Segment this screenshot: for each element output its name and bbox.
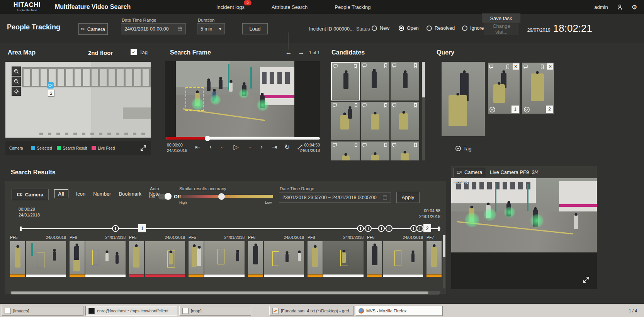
candidates-scrollbar[interactable] bbox=[422, 62, 425, 160]
duration-select[interactable]: 5 min ▾ bbox=[197, 23, 225, 34]
candidate-thumbnail[interactable] bbox=[361, 102, 389, 140]
status-radio-ignore[interactable]: Ignore bbox=[462, 26, 484, 31]
scrollbar-thumb[interactable] bbox=[443, 235, 445, 257]
nav-attribute-search[interactable]: Attribute Search bbox=[272, 4, 308, 10]
play-button[interactable]: ▷ bbox=[231, 143, 241, 151]
bookmark-icon[interactable] bbox=[353, 103, 359, 108]
camera-marker-selected[interactable] bbox=[47, 82, 54, 89]
timeline-query-badge-2[interactable]: 2 bbox=[423, 224, 431, 232]
tab-all[interactable]: All bbox=[54, 189, 68, 198]
nav-incident-logs[interactable]: Incident logs 0 bbox=[216, 4, 245, 10]
note-icon[interactable] bbox=[489, 64, 494, 69]
candidate-thumbnail[interactable] bbox=[331, 141, 360, 160]
person-thumbnail[interactable] bbox=[129, 241, 144, 274]
status-radio-resolved[interactable]: Resolved bbox=[427, 26, 455, 31]
bookmark-icon[interactable] bbox=[383, 63, 388, 68]
live-camera-button[interactable]: Camera bbox=[454, 168, 485, 177]
scene-thumbnail[interactable] bbox=[145, 241, 185, 274]
load-button[interactable]: Load bbox=[242, 23, 268, 34]
timeline-event-marker[interactable] bbox=[386, 225, 393, 232]
frame-prev-icon[interactable]: ← bbox=[284, 49, 293, 56]
candidate-thumbnail-selected[interactable] bbox=[331, 62, 360, 101]
search-result-card[interactable]: PF524/01/2018 bbox=[10, 235, 66, 288]
taskbar-window-terminal[interactable]: enra@localhost:~/mps.icnx/conf/client bbox=[85, 306, 177, 316]
scene-thumbnail[interactable] bbox=[204, 241, 245, 274]
note-icon[interactable] bbox=[332, 143, 337, 148]
search-result-card[interactable]: PF524/01/2018 bbox=[129, 235, 185, 288]
search-frame-video[interactable] bbox=[176, 61, 294, 137]
results-horizontal-scrollbar[interactable] bbox=[10, 291, 440, 295]
skip-to-end-button[interactable]: ⇥ bbox=[270, 143, 279, 151]
note-icon[interactable] bbox=[392, 63, 397, 68]
query-tag-button[interactable]: Tag bbox=[447, 144, 480, 153]
person-thumbnail[interactable] bbox=[427, 241, 442, 274]
calendar-icon[interactable] bbox=[177, 26, 182, 31]
skip-to-start-button[interactable]: ⇤ bbox=[193, 143, 202, 151]
bookmark-icon[interactable] bbox=[353, 143, 359, 148]
tab-bookmark[interactable]: Bookmark bbox=[119, 191, 141, 197]
step-forward-button[interactable]: › bbox=[257, 143, 266, 151]
bookmark-icon[interactable] bbox=[540, 64, 545, 69]
note-icon[interactable] bbox=[362, 103, 367, 108]
workspace-indicator[interactable]: 1 / 4 bbox=[629, 308, 637, 313]
area-map-canvas[interactable]: 2 bbox=[5, 62, 151, 138]
search-result-card[interactable]: PF824/01/2018 bbox=[308, 235, 364, 288]
results-timeline[interactable]: 1 2 bbox=[20, 224, 440, 233]
note-icon[interactable] bbox=[392, 143, 397, 148]
taskbar-window-firefox[interactable]: MVS - Mozilla Firefox bbox=[355, 306, 443, 316]
user-icon[interactable] bbox=[617, 4, 623, 10]
remove-query-icon[interactable]: ✕ bbox=[513, 63, 519, 70]
apply-button[interactable]: Apply bbox=[396, 192, 420, 203]
check-circle-icon[interactable] bbox=[489, 106, 496, 113]
auto-toggle[interactable] bbox=[158, 194, 171, 199]
person-thumbnail[interactable] bbox=[10, 241, 25, 274]
map-camera-button[interactable]: Camera bbox=[78, 23, 108, 35]
person-thumbnail[interactable] bbox=[308, 241, 323, 274]
check-circle-icon[interactable] bbox=[523, 106, 530, 113]
datetime-range-input[interactable]: 24/01/2018 00:00:00 bbox=[121, 23, 186, 34]
frame-next-icon[interactable]: → bbox=[297, 49, 306, 56]
person-thumbnail[interactable] bbox=[248, 241, 263, 274]
taskbar-window-map[interactable]: [map] bbox=[179, 306, 251, 316]
results-camera-button[interactable]: Camera bbox=[12, 189, 49, 200]
radio-icon-selected[interactable] bbox=[399, 26, 404, 31]
bookmark-icon[interactable] bbox=[353, 64, 358, 69]
search-result-card[interactable]: PF624/01/2018 bbox=[367, 235, 423, 288]
person-thumbnail[interactable] bbox=[189, 241, 204, 274]
search-result-card[interactable]: PF524/01/2018 bbox=[189, 235, 245, 288]
tab-number[interactable]: Number bbox=[93, 191, 111, 197]
loop-button[interactable]: ↻ bbox=[282, 143, 292, 151]
step-back-button[interactable]: ‹ bbox=[206, 143, 215, 151]
checkbox-checked-icon[interactable]: ✓ bbox=[131, 49, 137, 55]
radio-icon[interactable] bbox=[427, 26, 432, 31]
bookmark-icon[interactable] bbox=[413, 63, 418, 68]
change-status-button[interactable]: Change stat... bbox=[484, 24, 519, 34]
scene-thumbnail[interactable] bbox=[264, 241, 304, 274]
calendar-icon[interactable] bbox=[382, 195, 387, 200]
bookmark-icon[interactable] bbox=[383, 103, 388, 108]
remove-query-icon[interactable]: ✕ bbox=[547, 63, 553, 70]
live-fullscreen-icon[interactable] bbox=[582, 276, 590, 284]
query-item-2[interactable]: ✕ 2 bbox=[522, 63, 554, 114]
scene-thumbnail[interactable] bbox=[383, 241, 423, 274]
person-thumbnail[interactable] bbox=[70, 241, 85, 274]
status-radio-new[interactable]: New bbox=[372, 26, 389, 31]
note-icon[interactable] bbox=[362, 143, 367, 148]
radio-icon[interactable] bbox=[462, 26, 467, 31]
candidate-thumbnail[interactable] bbox=[331, 102, 360, 140]
search-result-card[interactable]: PF724/01/2018 bbox=[427, 235, 442, 288]
slider-handle[interactable] bbox=[218, 193, 225, 200]
prev-frame-button[interactable]: ← bbox=[219, 143, 228, 151]
bookmark-icon[interactable] bbox=[383, 143, 388, 148]
scene-thumbnail[interactable] bbox=[26, 241, 66, 274]
timeline-query-badge-1[interactable]: 1 bbox=[138, 224, 146, 232]
candidate-thumbnail[interactable] bbox=[391, 141, 419, 160]
bookmark-icon[interactable] bbox=[505, 64, 510, 69]
note-icon[interactable] bbox=[523, 64, 528, 69]
map-tag-checkbox[interactable]: ✓ Tag bbox=[131, 49, 148, 55]
candidate-thumbnail[interactable] bbox=[391, 62, 419, 101]
taskbar-window-images[interactable]: [images] bbox=[2, 306, 83, 316]
radio-icon[interactable] bbox=[372, 26, 377, 31]
timeline-event-marker[interactable] bbox=[416, 225, 423, 232]
scene-thumbnail[interactable] bbox=[323, 241, 364, 274]
